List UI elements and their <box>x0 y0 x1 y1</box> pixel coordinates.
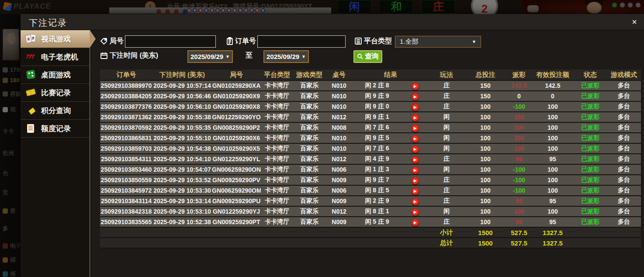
cell-status: 已派彩 <box>574 196 607 206</box>
cell-table_no: N006 <box>325 185 353 196</box>
replay-icon[interactable]: ▶ <box>412 219 419 226</box>
cell-valid-bet: 100 <box>532 101 574 112</box>
platform-type-select[interactable]: 1.全部 ▼ <box>395 36 481 48</box>
cell-payout: 95 <box>506 196 532 206</box>
document-icon <box>26 123 37 134</box>
cell-round: GN010259290X9 <box>212 91 261 101</box>
cell-round: GN009259290PV <box>212 175 261 185</box>
table-row: 2509291038431142025-09-29 10:53:14GN0092… <box>100 196 641 206</box>
sidebar-item-points[interactable]: ◆积分查询 <box>21 102 90 120</box>
replay-icon[interactable]: ▶ <box>412 125 419 132</box>
cell-platform: 卡卡湾厅 <box>261 164 293 175</box>
total-valid-bet: 1327.5 <box>532 238 574 248</box>
bet-records-table: 订单号下注时间 (美东)局号平台类型游戏类型桌号结果玩法总投注派彩有效投注额状态… <box>100 69 641 249</box>
date-from-picker[interactable]: 2025/09/29 ▼ <box>187 50 233 63</box>
replay-icon[interactable]: ▶ <box>412 198 419 205</box>
round-no-input[interactable] <box>125 35 216 48</box>
cell-time: 2025-09-29 10:53:30 <box>152 185 212 196</box>
cell-game_type: 百家乐 <box>293 154 325 164</box>
sidebar-item-table-games[interactable]: 桌面游戏 <box>21 66 90 84</box>
replay-icon[interactable]: ▶ <box>412 93 419 100</box>
cell-order: 250929103854311 <box>100 154 152 164</box>
cell-replay: ▶ <box>402 112 429 122</box>
cell-round: GN006259290ON <box>212 164 261 175</box>
replay-icon[interactable]: ▶ <box>412 104 419 111</box>
bet-time-label: 下注时间 (美东) <box>110 51 158 60</box>
cell-platform: 卡卡湾厅 <box>261 217 293 227</box>
sidebar-item-label: 积分查询 <box>41 106 71 116</box>
sidebar-item-quota[interactable]: 额度记录 <box>21 120 90 138</box>
cell-total-bet: 100 <box>464 122 506 133</box>
cell-status: 已派彩 <box>574 175 607 185</box>
cell-replay: ▶ <box>402 154 429 164</box>
platform-type-label: 平台类型 <box>364 37 392 46</box>
cell-order: 250929103842318 <box>100 206 152 217</box>
cell-bet-side: 闲 <box>429 143 464 154</box>
close-icon[interactable]: × <box>632 17 637 27</box>
cell-platform: 卡卡湾厅 <box>261 101 293 112</box>
column-header: 派彩 <box>506 69 532 80</box>
replay-icon[interactable]: ▶ <box>412 208 419 216</box>
sidebar-item-match-records[interactable]: 比赛记录 <box>21 84 90 102</box>
cell-valid-bet: 100 <box>532 185 574 196</box>
cell-result: 闲 9 庄 5 <box>353 133 402 143</box>
date-to-picker[interactable]: 2025/09/29 ▼ <box>263 50 309 63</box>
clipboard-icon <box>226 37 234 45</box>
cell-status: 已派彩 <box>574 112 607 122</box>
cell-valid-bet: 95 <box>532 196 574 206</box>
cell-mode: 多台 <box>607 154 641 164</box>
cell-valid-bet: 100 <box>532 122 574 133</box>
total-payout: 527.5 <box>506 238 532 248</box>
cell-mode: 多台 <box>607 143 641 154</box>
cell-status: 已派彩 <box>574 122 607 133</box>
cell-round: GN010259290XA <box>212 80 261 91</box>
tag-icon <box>100 38 108 45</box>
cell-status: 已派彩 <box>574 101 607 112</box>
modal-content: 局号 订单号 平台类型 1.全部 ▼ 下注时间 (美东) 2025/09/29 <box>90 30 644 277</box>
replay-icon[interactable]: ▶ <box>412 166 419 174</box>
round-no-label: 局号 <box>110 37 124 46</box>
platform-type-value: 1.全部 <box>400 38 419 46</box>
replay-icon[interactable]: ▶ <box>412 156 419 163</box>
chevron-down-icon: ▼ <box>225 54 230 59</box>
table-row: 2509291038705922025-09-29 10:55:35GN0082… <box>100 122 641 133</box>
sidebar-item-slots[interactable]: 777电子老虎机 <box>21 48 90 66</box>
cell-total-bet: 100 <box>464 164 506 175</box>
cell-game_type: 百家乐 <box>293 80 325 91</box>
replay-icon[interactable]: ▶ <box>412 145 419 153</box>
replay-icon[interactable]: ▶ <box>412 83 419 90</box>
replay-icon[interactable]: ▶ <box>412 177 419 184</box>
cell-result: 闲 7 庄 6 <box>353 122 402 133</box>
cell-bet-side: 庄 <box>429 175 464 185</box>
cell-payout: 0 <box>506 91 532 101</box>
table-row: 2509291038505592025-09-29 10:53:52GN0092… <box>100 175 641 185</box>
replay-icon[interactable]: ▶ <box>412 187 419 195</box>
sidebar-item-video[interactable]: K9视讯游戏 <box>21 30 90 48</box>
cell-valid-bet: 95 <box>532 154 574 164</box>
cell-bet-side: 闲 <box>429 133 464 143</box>
cell-table_no: N010 <box>325 80 353 91</box>
cell-order: 250929103853460 <box>100 164 152 175</box>
cell-time: 2025-09-29 10:55:10 <box>152 133 212 143</box>
cell-game_type: 百家乐 <box>293 196 325 206</box>
cell-status: 已派彩 <box>574 206 607 217</box>
cell-result: 闲 7 庄 6 <box>353 143 402 154</box>
cell-payout: 95 <box>506 217 532 227</box>
order-no-input[interactable] <box>257 35 346 48</box>
search-button[interactable]: 查询 <box>353 50 382 63</box>
total-row: 总计1500527.51327.5 <box>100 238 641 248</box>
cell-replay: ▶ <box>402 133 429 143</box>
cell-payout: 142.5 <box>506 80 532 91</box>
table-row: 2509291038597032025-09-29 10:54:38GN0102… <box>100 143 641 154</box>
cell-table_no: N010 <box>325 91 353 101</box>
cell-replay: ▶ <box>402 206 429 217</box>
cell-game_type: 百家乐 <box>293 101 325 112</box>
cell-game_type: 百家乐 <box>293 206 325 217</box>
cell-result: 闲 8 庄 5 <box>353 185 402 196</box>
cell-valid-bet: 100 <box>532 175 574 185</box>
cell-round: GN012259290YO <box>212 112 261 122</box>
column-header: 有效投注额 <box>532 69 574 80</box>
cell-mode: 多台 <box>607 133 641 143</box>
replay-icon[interactable]: ▶ <box>412 135 419 142</box>
replay-icon[interactable]: ▶ <box>412 114 419 121</box>
